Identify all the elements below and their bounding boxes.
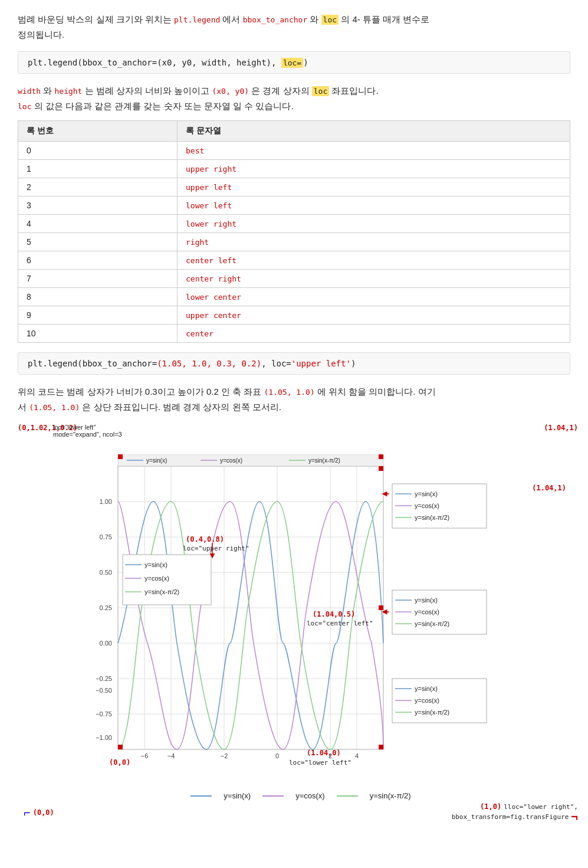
below-code-paragraph: 위의 코드는 범례 상자가 너비가 0.3이고 높이가 0.2 인 축 좌표 (… — [18, 384, 570, 414]
svg-text:y=sin(x-π/2): y=sin(x-π/2) — [415, 709, 449, 716]
table-cell-string: upper right — [178, 160, 570, 178]
svg-text:0.25: 0.25 — [100, 604, 112, 611]
svg-text:loc="upper right": loc="upper right" — [183, 545, 249, 552]
legend-cos-line — [262, 795, 284, 797]
table-row: 6center left — [18, 251, 570, 270]
svg-text:−0.50: −0.50 — [96, 687, 112, 694]
desc-loc-hl: loc — [312, 86, 329, 96]
table-cell-number: 9 — [18, 306, 178, 325]
intro-code1: plt.legend — [174, 15, 220, 24]
diagram-section: (0,1.02,1,0.2) loc="lower left"mode="exp… — [18, 424, 584, 823]
table-row: 5right — [18, 233, 570, 251]
table-cell-string: center right — [178, 270, 570, 288]
svg-text:loc="lower left": loc="lower left" — [289, 759, 352, 767]
svg-text:y=sin(x-π/2): y=sin(x-π/2) — [308, 457, 340, 464]
bottom-legend-row: y=sin(x) y=cos(x) y=sin(x-π/2) — [18, 791, 584, 800]
intro-text1: 범례 바운딩 박스의 실제 크기와 위치는 — [18, 14, 174, 24]
svg-text:4: 4 — [355, 752, 359, 759]
bottom-right-label2: lloc="lower right", — [504, 803, 578, 811]
col-string-header: 록 문자열 — [178, 121, 570, 142]
code2-text: plt.legend(bbox_to_anchor=(1.05, 1.0, 0.… — [28, 359, 356, 368]
svg-text:(1.04,0): (1.04,0) — [307, 749, 341, 757]
loc-table: 록 번호 록 문자열 0best1upper right2upper left3… — [18, 120, 570, 343]
svg-rect-69 — [379, 466, 383, 471]
table-row: 10center — [18, 325, 570, 343]
svg-rect-71 — [379, 745, 383, 749]
chart-wrapper: 1.00 0.75 0.50 0.25 0.00 −0.25 −0.50 −0.… — [18, 454, 584, 787]
code1-text: plt.legend(bbox_to_anchor=(x0, y0, width… — [28, 58, 308, 67]
svg-rect-70 — [379, 605, 383, 610]
svg-rect-72 — [118, 745, 123, 749]
svg-text:−0.25: −0.25 — [96, 675, 112, 682]
table-row: 7center right — [18, 270, 570, 288]
legend-sinpi-line — [337, 795, 358, 797]
legend-cos-label: y=cos(x) — [295, 791, 324, 800]
bottom-corners-row: ⌐ (0,0) (1,0) lloc="lower right", bbox_t… — [18, 803, 584, 823]
top-right-label-abs: (1.04,1) — [532, 484, 566, 492]
table-cell-string: lower left — [178, 196, 570, 215]
table-cell-number: 4 — [18, 215, 178, 233]
table-cell-string: lower right — [178, 215, 570, 233]
table-cell-number: 7 — [18, 270, 178, 288]
svg-text:0: 0 — [275, 752, 279, 759]
table-row: 4lower right — [18, 215, 570, 233]
top-right-coord: (1.04,1) — [544, 424, 578, 432]
svg-text:y=sin(x-π/2): y=sin(x-π/2) — [415, 514, 449, 521]
bottom-right-coord-row: (1,0) lloc="lower right", — [480, 803, 578, 811]
description-block: width 와 height 는 범례 상자의 너비와 높이이고 (x0, y0… — [18, 83, 570, 113]
svg-rect-44 — [118, 454, 123, 459]
table-row: 2upper left — [18, 178, 570, 196]
svg-text:y=sin(x): y=sin(x) — [415, 490, 438, 497]
svg-text:y=sin(x): y=sin(x) — [415, 685, 438, 692]
svg-text:y=sin(x): y=sin(x) — [144, 561, 167, 568]
col-number-header: 록 번호 — [18, 121, 178, 142]
bottom-right-coord: (1,0) — [480, 803, 501, 811]
table-cell-number: 10 — [18, 325, 178, 343]
legend-sin-line — [190, 795, 212, 797]
legend-sinpi-label: y=sin(x-π/2) — [370, 791, 411, 800]
svg-text:loc="center left": loc="center left" — [307, 620, 373, 627]
red-bracket-icon: ¬ — [571, 811, 578, 823]
svg-text:0.50: 0.50 — [100, 569, 112, 576]
table-cell-number: 0 — [18, 142, 178, 160]
bottom-right-corner: (1,0) lloc="lower right", bbox_transform… — [452, 803, 578, 823]
svg-text:0.75: 0.75 — [100, 533, 112, 541]
svg-text:y=cos(x): y=cos(x) — [220, 457, 242, 464]
main-chart-svg: 1.00 0.75 0.50 0.25 0.00 −0.25 −0.50 −0.… — [18, 454, 584, 785]
top-left-sublabel: loc="lower left"mode="expand", ncol=3 — [53, 424, 122, 438]
desc-x0y0: (x0, y0) — [212, 87, 249, 96]
code-block-2: plt.legend(bbox_to_anchor=(1.05, 1.0, 0.… — [18, 352, 570, 375]
table-cell-number: 2 — [18, 178, 178, 196]
table-row: 0best — [18, 142, 570, 160]
legend-sin-label: y=sin(x) — [224, 791, 251, 800]
table-row: 3lower left — [18, 196, 570, 215]
loc-values-table: 록 번호 록 문자열 0best1upper right2upper left3… — [18, 120, 570, 343]
desc-loc2: loc — [18, 102, 31, 111]
svg-text:−0.75: −0.75 — [96, 710, 112, 718]
table-cell-string: right — [178, 233, 570, 251]
desc-line1: width 와 height 는 범례 상자의 너비와 높이이고 (x0, y0… — [18, 83, 570, 99]
svg-text:1.00: 1.00 — [100, 498, 112, 505]
table-cell-number: 1 — [18, 160, 178, 178]
svg-text:y=sin(x-π/2): y=sin(x-π/2) — [415, 620, 449, 627]
svg-text:y=cos(x): y=cos(x) — [415, 697, 439, 704]
svg-text:−4: −4 — [167, 752, 175, 759]
bottom-left-corner: ⌐ (0,0) — [24, 807, 54, 818]
table-header-row: 록 번호 록 문자열 — [18, 121, 570, 142]
table-cell-number: 8 — [18, 288, 178, 306]
coord-highlight: (1.05, 1.0) — [264, 388, 315, 397]
svg-text:y=sin(x): y=sin(x) — [146, 457, 167, 464]
svg-text:−6: −6 — [141, 752, 149, 759]
svg-text:y=sin(x-π/2): y=sin(x-π/2) — [144, 588, 179, 595]
table-cell-string: lower center — [178, 288, 570, 306]
intro-paragraph: 범례 바운딩 박스의 실제 크기와 위치는 plt.legend 에서 bbox… — [18, 12, 570, 42]
table-cell-string: upper left — [178, 178, 570, 196]
table-cell-string: center left — [178, 251, 570, 270]
desc-line2: loc 의 값은 다음과 같은 관계를 갖는 숫자 또는 문자열 일 수 있습니… — [18, 99, 570, 114]
table-cell-string: best — [178, 142, 570, 160]
bottom-right-label3: bbox_transform=fig.transFigure — [452, 813, 569, 821]
bottom-right-label3-row: bbox_transform=fig.transFigure ¬ — [452, 811, 578, 823]
svg-text:y=cos(x): y=cos(x) — [415, 608, 439, 615]
svg-text:(0,0): (0,0) — [109, 758, 130, 767]
svg-text:(1.04,0.5): (1.04,0.5) — [313, 610, 355, 618]
